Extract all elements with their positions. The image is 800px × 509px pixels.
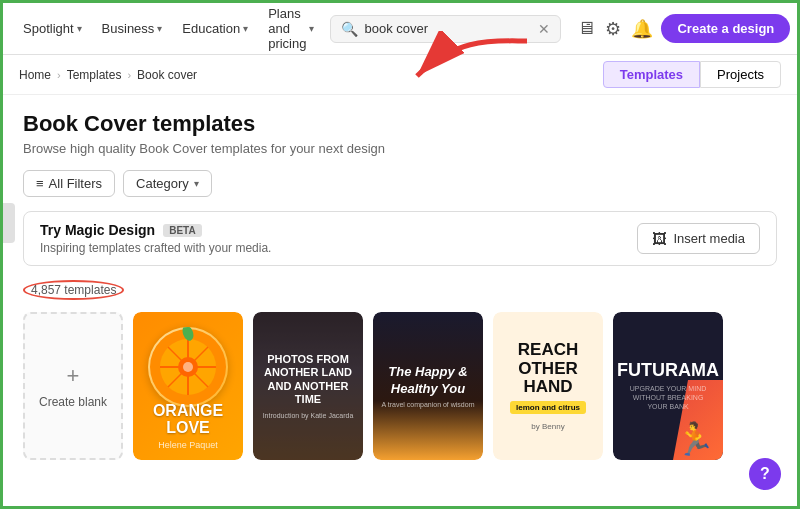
orange-love-author: Helene Paquet	[158, 440, 218, 450]
chevron-down-icon: ▾	[77, 23, 82, 34]
futurama-figure: 🏃	[675, 423, 715, 455]
create-design-button[interactable]: Create a design	[661, 14, 790, 43]
search-input[interactable]	[364, 21, 532, 36]
create-blank-card[interactable]: + Create blank	[23, 312, 123, 460]
futurama-title: FUTURAMA	[617, 361, 719, 379]
tab-projects[interactable]: Projects	[700, 61, 781, 88]
nav-links: Spotlight ▾ Business ▾ Education ▾ Plans…	[15, 2, 322, 55]
sidebar-toggle[interactable]	[3, 203, 15, 243]
nav-icons: 🖥 ⚙ 🔔	[577, 18, 653, 40]
insert-media-icon: 🖼	[652, 230, 667, 247]
category-label: Category	[136, 176, 189, 191]
breadcrumb-home[interactable]: Home	[19, 68, 51, 82]
help-button[interactable]: ?	[749, 458, 781, 490]
magic-design-subtitle: Inspiring templates crafted with your me…	[40, 241, 271, 255]
monitor-icon[interactable]: 🖥	[577, 18, 595, 39]
photos-intro: Introduction by Katie Jacarda	[263, 412, 354, 419]
count-highlight: 4,857 templates	[23, 280, 124, 300]
svg-point-8	[183, 362, 193, 372]
reach-badge: lemon and citrus	[510, 401, 586, 414]
chevron-down-icon: ▾	[157, 23, 162, 34]
reach-title: REACH OTHER HAND	[503, 341, 593, 397]
breadcrumb-current: Book cover	[137, 68, 197, 82]
futurama-sub: UPGRADE YOUR MIND WITHOUT BREAKING YOUR …	[623, 384, 713, 411]
template-orange-love[interactable]: ORANGE LOVE Helene Paquet	[133, 312, 243, 460]
beta-badge: BETA	[163, 224, 201, 237]
reach-author: by Benny	[531, 422, 564, 431]
nav-education[interactable]: Education ▾	[174, 17, 256, 40]
breadcrumb-bar: Home › Templates › Book cover Templates …	[3, 55, 797, 95]
happy-title: The Happy & Healthy You	[381, 364, 475, 398]
clear-icon[interactable]: ✕	[538, 21, 550, 37]
magic-design-title: Try Magic Design BETA	[40, 222, 271, 238]
all-filters-button[interactable]: ≡ All Filters	[23, 170, 115, 197]
template-futurama[interactable]: FUTURAMA UPGRADE YOUR MIND WITHOUT BREAK…	[613, 312, 723, 460]
chevron-down-icon: ▾	[243, 23, 248, 34]
breadcrumb: Home › Templates › Book cover	[19, 68, 197, 82]
template-reach[interactable]: REACH OTHER HAND lemon and citrus by Ben…	[493, 312, 603, 460]
bell-icon[interactable]: 🔔	[631, 18, 653, 40]
insert-media-button[interactable]: 🖼 Insert media	[637, 223, 760, 254]
templates-count: 4,857 templates	[23, 280, 777, 300]
category-button[interactable]: Category ▾	[123, 170, 212, 197]
orange-love-title: ORANGE LOVE	[133, 402, 243, 437]
search-icon: 🔍	[341, 21, 358, 37]
create-blank-label: Create blank	[39, 395, 107, 409]
happy-sub: A travel companion of wisdom	[382, 401, 475, 408]
nav-business[interactable]: Business ▾	[94, 17, 171, 40]
tab-group: Templates Projects	[603, 61, 781, 88]
settings-icon[interactable]: ⚙	[605, 18, 621, 40]
template-happy[interactable]: The Happy & Healthy You A travel compani…	[373, 312, 483, 460]
nav-plans[interactable]: Plans and pricing ▾	[260, 2, 322, 55]
photos-title: PHOTOS FROM ANOTHER LAND AND ANOTHER TIM…	[261, 353, 355, 406]
breadcrumb-sep-2: ›	[127, 69, 131, 81]
nav-spotlight[interactable]: Spotlight ▾	[15, 17, 90, 40]
breadcrumb-templates[interactable]: Templates	[67, 68, 122, 82]
magic-design-info: Try Magic Design BETA Inspiring template…	[40, 222, 271, 255]
magic-design-banner: Try Magic Design BETA Inspiring template…	[23, 211, 777, 266]
breadcrumb-sep-1: ›	[57, 69, 61, 81]
chevron-down-icon: ▾	[309, 23, 314, 34]
page-subtitle: Browse high quality Book Cover templates…	[23, 141, 777, 156]
templates-grid: + Create blank	[23, 312, 777, 460]
chevron-down-icon: ▾	[194, 178, 199, 189]
template-photos[interactable]: PHOTOS FROM ANOTHER LAND AND ANOTHER TIM…	[253, 312, 363, 460]
main-content: Book Cover templates Browse high quality…	[3, 95, 797, 476]
all-filters-label: All Filters	[49, 176, 102, 191]
navbar: Spotlight ▾ Business ▾ Education ▾ Plans…	[3, 3, 797, 55]
plus-icon: +	[67, 363, 80, 389]
filters-row: ≡ All Filters Category ▾	[23, 170, 777, 197]
filter-icon: ≡	[36, 176, 44, 191]
tab-templates[interactable]: Templates	[603, 61, 700, 88]
page-title: Book Cover templates	[23, 111, 777, 137]
search-bar[interactable]: 🔍 ✕	[330, 15, 561, 43]
